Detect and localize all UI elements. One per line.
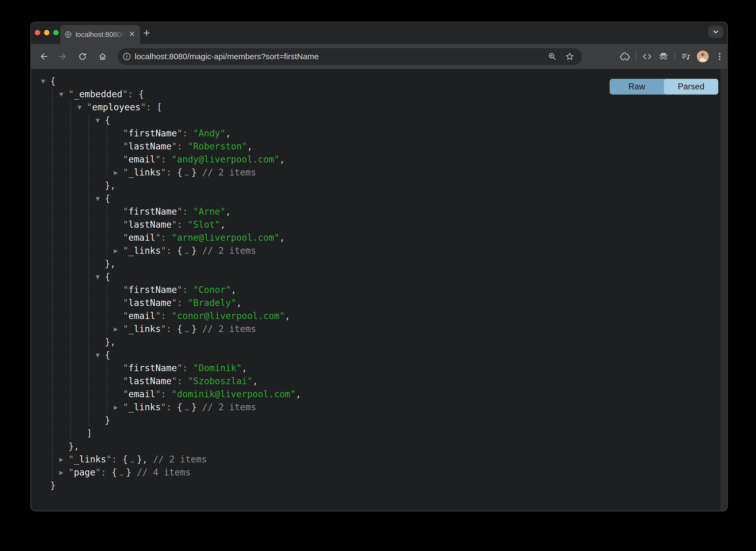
- collapsed-ellipsis[interactable]: …: [185, 327, 189, 334]
- json-token: ": [123, 324, 128, 334]
- parsed-button[interactable]: Parsed: [664, 79, 718, 94]
- raw-button[interactable]: Raw: [610, 79, 664, 94]
- collapsed-ellipsis[interactable]: …: [185, 248, 189, 255]
- collapsed-ellipsis[interactable]: …: [131, 457, 134, 464]
- indent-guide: [107, 297, 107, 310]
- expand-toggle-icon[interactable]: ▶: [59, 466, 68, 479]
- json-token: ":: [155, 389, 172, 399]
- indent-guide: [89, 218, 89, 231]
- json-line: ▶"page": {…} // 4 items: [31, 466, 720, 479]
- indent-guide: [70, 179, 71, 192]
- collapse-toggle-icon[interactable]: ▼: [96, 349, 105, 362]
- close-icon[interactable]: ×: [127, 25, 137, 44]
- json-token: "Arne": [193, 206, 225, 217]
- indent-guide: [70, 270, 71, 284]
- json-line: }: [31, 414, 720, 427]
- indent-guide: [52, 362, 53, 375]
- json-token: ": [68, 454, 74, 465]
- json-token: }: [105, 415, 110, 426]
- json-token: ": [123, 298, 128, 308]
- json-token: "Roberston": [188, 141, 247, 152]
- json-token: "dominik@liverpool.com": [172, 389, 296, 399]
- more-menu-icon[interactable]: [714, 51, 725, 62]
- media-playlist-icon[interactable]: [681, 51, 691, 62]
- omnibox[interactable]: localhost:8080/magic-api/members?sort=fi…: [118, 48, 582, 65]
- json-token: ,: [279, 154, 285, 165]
- chevron-down-icon: [711, 27, 721, 37]
- collapse-toggle-icon[interactable]: ▼: [96, 270, 105, 284]
- json-token: }: [126, 467, 131, 478]
- collapse-toggle-icon[interactable]: ▼: [41, 75, 50, 88]
- expand-toggle-icon[interactable]: ▶: [114, 401, 123, 414]
- json-token: ": [123, 167, 128, 178]
- indent-guide: [89, 127, 89, 140]
- toolbar-divider: [674, 52, 675, 61]
- collapse-toggle-icon[interactable]: ▼: [59, 88, 68, 101]
- json-token: ]: [87, 428, 92, 439]
- json-token: _links: [74, 454, 106, 465]
- collapse-toggle-icon[interactable]: ▼: [96, 192, 105, 205]
- json-token: ":: [161, 324, 177, 334]
- json-token: "Slot": [188, 219, 220, 230]
- indent-guide: [52, 140, 53, 153]
- json-token: ":: [177, 285, 193, 295]
- json-line: ▼{: [31, 349, 720, 362]
- expand-toggle-icon[interactable]: ▶: [114, 244, 123, 257]
- collapse-toggle-icon[interactable]: ▼: [77, 101, 87, 114]
- indent-guide: [70, 284, 71, 297]
- new-tab-plus-icon[interactable]: +: [141, 22, 153, 44]
- indent-guide: [70, 349, 71, 362]
- incognito-icon[interactable]: [658, 51, 669, 62]
- traffic-light-close[interactable]: [35, 30, 40, 35]
- back-button[interactable]: [39, 52, 48, 61]
- forward-button[interactable]: [58, 52, 68, 61]
- expand-toggle-icon[interactable]: ▶: [114, 323, 123, 336]
- json-token: "Bradely": [188, 298, 236, 308]
- indent-guide: [52, 257, 53, 270]
- indent-guide: [89, 362, 89, 375]
- indent-guide: [52, 114, 53, 127]
- expand-toggle-icon[interactable]: ▶: [59, 453, 68, 466]
- bookmark-star-icon[interactable]: [565, 52, 575, 61]
- code-icon[interactable]: [642, 51, 653, 62]
- indent-guide: [107, 388, 107, 401]
- json-token: ": [123, 141, 128, 152]
- json-token: "arne@liverpool.com": [172, 232, 279, 243]
- indent-guide: [70, 166, 71, 179]
- json-line: "lastName": "Slot",: [31, 218, 720, 231]
- json-token: ": [123, 219, 128, 230]
- indent-guide: [52, 205, 53, 218]
- reload-button[interactable]: [78, 52, 87, 61]
- tab-title-fade: [112, 25, 126, 44]
- indent-guide: [89, 114, 89, 127]
- tab-search-button[interactable]: [708, 26, 723, 38]
- json-token: "conor@liverpool.com": [172, 311, 285, 321]
- json-token: ":: [161, 245, 177, 256]
- zoom-in-icon[interactable]: [547, 52, 557, 61]
- collapsed-ellipsis[interactable]: …: [120, 470, 123, 477]
- indent-guide: [52, 270, 53, 284]
- json-token: employees: [92, 102, 141, 112]
- indent-guide: [89, 153, 89, 166]
- json-token: {: [177, 324, 182, 334]
- traffic-light-minimize[interactable]: [44, 30, 49, 35]
- json-token: ": [123, 285, 128, 295]
- home-button[interactable]: [98, 52, 108, 61]
- collapsed-ellipsis[interactable]: …: [185, 170, 189, 177]
- indent-guide: [52, 166, 53, 179]
- indent-guide: [89, 414, 89, 427]
- traffic-light-zoom[interactable]: [53, 30, 59, 35]
- extensions-puzzle-icon[interactable]: [619, 51, 630, 62]
- json-token: _links: [128, 167, 161, 178]
- collapse-toggle-icon[interactable]: ▼: [96, 114, 105, 127]
- collapsed-ellipsis[interactable]: …: [185, 405, 189, 412]
- tab-strip: localhost:8080/magic-api/me × +: [31, 22, 727, 44]
- json-token: },: [105, 180, 116, 191]
- scrollbar[interactable]: [720, 69, 727, 511]
- json-token: "Szoboszlai": [188, 376, 252, 386]
- browser-tab[interactable]: localhost:8080/magic-api/me ×: [60, 25, 140, 44]
- info-icon[interactable]: [122, 52, 131, 61]
- avatar[interactable]: [697, 51, 709, 62]
- expand-toggle-icon[interactable]: ▶: [114, 166, 123, 179]
- indent-guide: [52, 88, 53, 101]
